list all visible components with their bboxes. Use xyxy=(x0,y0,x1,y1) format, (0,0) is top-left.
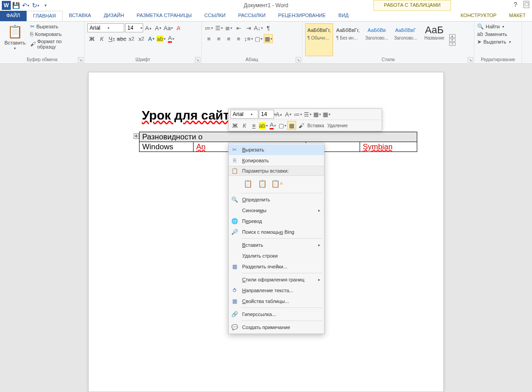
mini-font-color-icon[interactable]: A xyxy=(268,121,277,130)
table-cell[interactable]: Symbian xyxy=(360,142,417,152)
ctx-split-cells[interactable]: ▦Разделить ячейки... xyxy=(229,261,324,272)
show-marks-icon[interactable]: ¶ xyxy=(264,23,273,32)
table-move-handle[interactable]: ✥ xyxy=(134,134,139,139)
ctx-translate[interactable]: 🌐Перевод xyxy=(229,216,324,227)
mini-numbering-icon[interactable]: ☰ xyxy=(303,110,312,119)
tab-home[interactable]: ГЛАВНАЯ xyxy=(27,11,63,21)
bullets-icon[interactable]: ≔ xyxy=(204,23,213,32)
save-icon[interactable]: 💾 xyxy=(11,0,21,10)
tab-mailings[interactable]: РАССЫЛКИ xyxy=(232,11,272,21)
multilevel-icon[interactable]: ≣ xyxy=(224,23,233,32)
tab-design[interactable]: ДИЗАЙН xyxy=(97,11,130,21)
find-button[interactable]: 🔍Найти▾ xyxy=(477,23,511,30)
align-center-icon[interactable]: ≡ xyxy=(214,34,223,43)
borders-icon[interactable]: ▦ xyxy=(264,34,273,43)
decrease-indent-icon[interactable]: ⇤ xyxy=(234,23,243,32)
style-no-spacing[interactable]: АаБбВвГг,¶ Без инте... xyxy=(334,23,362,56)
subscript-icon[interactable]: x2 xyxy=(127,34,136,43)
justify-icon[interactable]: ≡ xyxy=(234,34,243,43)
ctx-border-styles[interactable]: Стили оформления границ▸ xyxy=(229,274,324,285)
mini-underline-icon[interactable]: ≡ xyxy=(249,121,258,130)
text-effects-icon[interactable]: A xyxy=(147,34,156,43)
ctx-copy[interactable]: ⎘Копировать xyxy=(229,155,324,166)
ctx-define[interactable]: 🔍Определить xyxy=(229,194,324,205)
cut-button[interactable]: ✂Вырезать xyxy=(30,23,81,30)
sort-icon[interactable]: A↓ xyxy=(254,23,263,32)
tab-view[interactable]: ВИД xyxy=(332,11,355,21)
table-header-cell[interactable]: Разновидности о xyxy=(140,132,417,142)
tab-table-constructor[interactable]: КОНСТРУКТОР xyxy=(454,11,503,21)
numbering-icon[interactable]: ☰ xyxy=(214,23,223,32)
redo-icon[interactable]: ↻▾ xyxy=(31,0,41,10)
mini-italic-icon[interactable]: К xyxy=(240,121,249,130)
mini-insert-label[interactable]: Вставка xyxy=(306,123,325,128)
highlight-icon[interactable]: ab xyxy=(157,34,166,43)
ctx-insert[interactable]: Вставить▸ xyxy=(229,240,324,250)
shrink-font-icon[interactable]: A▼ xyxy=(154,23,163,32)
copy-button[interactable]: ⎘Копировать xyxy=(30,31,81,37)
strike-icon[interactable]: abc xyxy=(117,34,126,43)
shading-icon[interactable]: ▢ xyxy=(254,34,263,43)
mini-bullets-icon[interactable]: ≔ xyxy=(293,110,302,119)
mini-format-painter-icon[interactable]: 🖌 xyxy=(297,121,306,130)
grow-font-icon[interactable]: A▲ xyxy=(144,23,153,32)
mini-grow-font-icon[interactable]: A▲ xyxy=(275,110,284,119)
align-left-icon[interactable]: ≡ xyxy=(204,34,213,43)
underline-icon[interactable]: Ч xyxy=(107,34,116,43)
mini-shading-icon[interactable]: ▢ xyxy=(278,121,287,130)
table-row[interactable]: Разновидности о xyxy=(140,132,417,142)
format-painter-button[interactable]: 🖌Формат по образцу xyxy=(30,39,81,49)
style-heading1[interactable]: АаБбВвЗаголово... xyxy=(363,23,391,56)
paste-keep-source-icon[interactable]: 📋 xyxy=(242,178,254,189)
italic-icon[interactable]: К xyxy=(97,34,106,43)
mini-merge-icon[interactable]: ▦ xyxy=(312,110,321,119)
qat-customize-icon[interactable]: ▾ xyxy=(41,0,50,10)
ctx-delete-rows[interactable]: Удалить строки xyxy=(229,250,324,261)
mini-highlight-icon[interactable]: ab xyxy=(259,121,268,130)
tab-references[interactable]: ССЫЛКИ xyxy=(198,11,232,21)
tab-page-layout[interactable]: РАЗМЕТКА СТРАНИЦЫ xyxy=(131,11,198,21)
change-case-icon[interactable]: Aa xyxy=(164,23,173,32)
ctx-synonyms[interactable]: Синонимы▸ xyxy=(229,205,324,216)
tab-review[interactable]: РЕЦЕНЗИРОВАНИЕ xyxy=(272,11,332,21)
ctx-hyperlink[interactable]: 🔗Гиперссылка... xyxy=(229,309,324,320)
bold-icon[interactable]: Ж xyxy=(87,34,96,43)
mini-bold-icon[interactable]: Ж xyxy=(230,121,239,130)
paste-merge-icon[interactable]: 📋 xyxy=(257,178,268,189)
ctx-cut[interactable]: ✂Вырезать xyxy=(229,144,324,155)
ribbon-display-icon[interactable]: ▢ xyxy=(523,1,529,8)
mini-delete-icon[interactable]: ▦ xyxy=(322,110,331,119)
select-button[interactable]: ➤Выделить▾ xyxy=(477,39,511,45)
font-size-combo[interactable]: 14▾ xyxy=(125,23,143,32)
clear-formatting-icon[interactable]: A̷ xyxy=(174,23,183,32)
mini-delete-label[interactable]: Удаление xyxy=(326,123,349,128)
dialog-launcher-icon[interactable]: ↘ xyxy=(468,57,473,62)
tab-table-layout[interactable]: МАКЕТ xyxy=(503,11,532,21)
dialog-launcher-icon[interactable]: ↘ xyxy=(296,57,301,62)
ctx-table-properties[interactable]: ▦Свойства таблицы... xyxy=(229,296,324,307)
align-right-icon[interactable]: ≡ xyxy=(224,34,233,43)
style-title[interactable]: АаБНазвание xyxy=(420,23,448,56)
tab-file[interactable]: ФАЙЛ xyxy=(0,11,27,21)
ctx-bing-search[interactable]: 🔎Поиск с помощью Bing xyxy=(229,227,324,237)
dialog-launcher-icon[interactable]: ↘ xyxy=(78,57,83,62)
line-spacing-icon[interactable]: ↕≡ xyxy=(244,34,253,43)
style-heading2[interactable]: АаБбВвГЗаголово... xyxy=(392,23,419,56)
mini-font-combo[interactable]: Arial▾ xyxy=(230,110,258,119)
mini-borders-icon[interactable]: ▦ xyxy=(287,121,296,130)
mini-shrink-font-icon[interactable]: A▼ xyxy=(284,110,293,119)
mini-size-combo[interactable]: 14▾ xyxy=(259,110,274,119)
font-name-combo[interactable]: Arial▾ xyxy=(87,23,124,32)
help-icon[interactable]: ? xyxy=(514,1,517,8)
style-normal[interactable]: АаБбВвГг,¶ Обычный xyxy=(305,23,333,56)
table-cell[interactable]: Windows xyxy=(140,142,194,152)
dialog-launcher-icon[interactable]: ↘ xyxy=(195,57,200,62)
paste-button[interactable]: 📋 Вставить ▾ xyxy=(3,23,27,56)
replace-button[interactable]: abЗаменить xyxy=(477,31,511,37)
ctx-new-comment[interactable]: 💬Создать примечание xyxy=(229,322,324,333)
tab-insert[interactable]: ВСТАВКА xyxy=(63,11,97,21)
ctx-text-direction[interactable]: ⥀Направление текста... xyxy=(229,285,324,296)
font-color-icon[interactable]: A xyxy=(167,34,176,43)
paste-text-only-icon[interactable]: 📋A xyxy=(271,178,283,189)
superscript-icon[interactable]: x2 xyxy=(137,34,146,43)
